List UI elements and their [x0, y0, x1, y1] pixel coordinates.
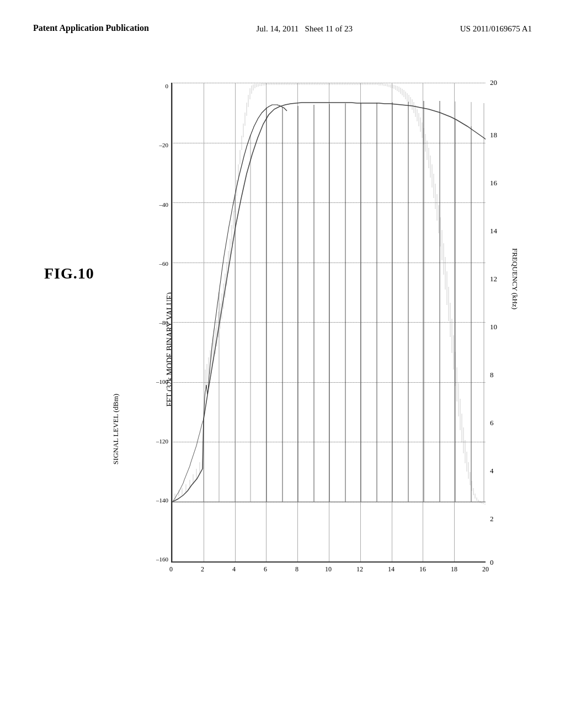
y-tick-80: –80: [146, 319, 168, 326]
patent-number: US 2011/0169675 A1: [460, 22, 532, 35]
x-tick-2: 2: [201, 565, 204, 574]
frequency-axis-label: FREQUENCY (kHz): [510, 248, 519, 309]
signal-level-label: SIGNAL LEVEL (dBm): [111, 374, 120, 484]
publication-date: Jul. 14, 2011: [256, 24, 299, 33]
x-tick-20: 20: [482, 565, 489, 574]
x-tick-12: 12: [356, 565, 363, 574]
r-num-6: 6: [490, 419, 494, 427]
figure-label: FIG.10: [44, 265, 94, 282]
r-num-18: 18: [490, 131, 497, 140]
r-num-14: 14: [490, 227, 497, 235]
r-num-2: 2: [490, 515, 494, 523]
chart-inner: 0 –20 –40 –60 –80 –100 –120 –140 –160: [171, 83, 497, 579]
r-num-10: 10: [490, 323, 497, 331]
x-tick-6: 6: [264, 565, 267, 574]
sheet-number: Sheet 11 of 23: [305, 24, 353, 33]
y-tick-20: –20: [146, 142, 168, 148]
y-tick-100: –100: [146, 378, 168, 385]
spectrum-chart: [172, 83, 486, 563]
x-tick-8: 8: [295, 565, 299, 574]
r-num-8: 8: [490, 371, 494, 379]
y-axis-ticks: 0 –20 –40 –60 –80 –100 –120 –140 –160: [146, 83, 168, 563]
x-tick-0: 0: [169, 565, 173, 574]
y-tick-160: –160: [146, 556, 168, 563]
x-tick-16: 16: [419, 565, 426, 574]
chart-area: FFT (32k MODE BINARY VALUE) 0 –20 –40 –6…: [132, 72, 530, 678]
publication-title: Patent Application Publication: [33, 22, 149, 34]
y-tick-140: –140: [146, 497, 168, 504]
x-tick-18: 18: [451, 565, 457, 574]
x-axis-container: 0 2 4 6 8 10 12 14 16 18 20: [171, 565, 486, 579]
r-num-16: 16: [490, 179, 497, 188]
chart-plot: [171, 83, 486, 563]
y-tick-120: –120: [146, 438, 168, 445]
r-num-0: 0: [490, 558, 494, 567]
y-tick-0: 0: [146, 83, 168, 89]
y-tick-40: –40: [146, 201, 168, 208]
x-tick-4: 4: [232, 565, 236, 574]
r-num-12: 12: [490, 275, 497, 283]
x-tick-14: 14: [388, 565, 395, 574]
r-num-4: 4: [490, 467, 494, 475]
grid-h-8: [172, 561, 486, 562]
x-tick-10: 10: [325, 565, 332, 574]
page-header: Patent Application Publication Jul. 14, …: [0, 0, 565, 46]
header-date-sheet: Jul. 14, 2011 Sheet 11 of 23: [256, 22, 353, 35]
r-num-20: 20: [490, 78, 497, 87]
y-tick-60: –60: [146, 260, 168, 267]
